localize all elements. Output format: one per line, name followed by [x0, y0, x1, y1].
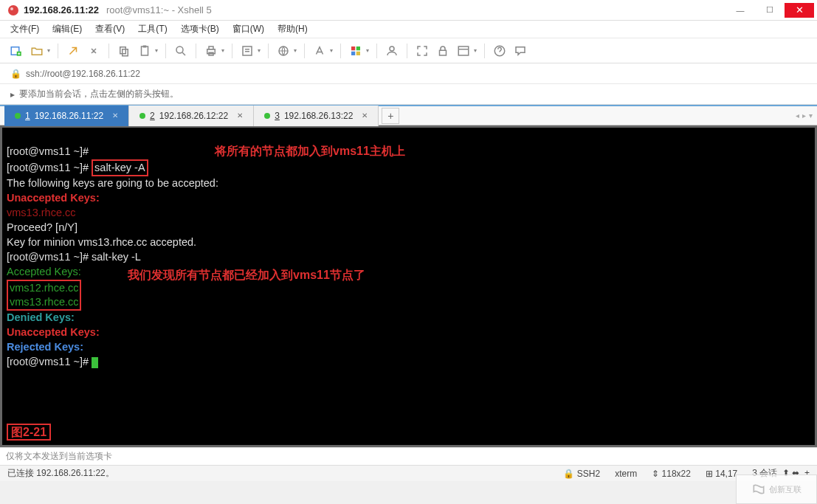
tab-close-icon[interactable]: ✕	[112, 111, 118, 120]
session-tab-1[interactable]: 1 192.168.26.11:22 ✕	[4, 106, 129, 126]
font-button[interactable]	[311, 42, 328, 60]
svg-rect-14	[351, 46, 355, 50]
user-button[interactable]	[383, 42, 401, 60]
session-tab-3[interactable]: 3 192.168.26.13:22 ✕	[254, 106, 379, 126]
svg-rect-10	[209, 46, 213, 49]
open-session-button[interactable]	[28, 42, 46, 60]
lock-icon: 🔒	[10, 69, 21, 79]
new-session-button[interactable]	[7, 42, 25, 60]
terminal[interactable]: [root@vms11 ~]# [root@vms11 ~]# salt-key…	[2, 128, 815, 445]
watermark: 创新互联	[736, 474, 817, 504]
reconnect-button[interactable]	[64, 42, 82, 60]
menu-file[interactable]: 文件(F)	[10, 23, 39, 35]
window-subtitle: root@vms11:~ - Xshell 5	[106, 4, 212, 15]
tab-close-icon[interactable]: ✕	[237, 111, 243, 120]
feedback-button[interactable]	[511, 42, 529, 60]
watermark-text: 创新互联	[769, 484, 802, 495]
svg-rect-16	[351, 51, 355, 55]
hint-text: 要添加当前会话，点击左侧的箭头按钮。	[19, 88, 179, 100]
address-text[interactable]: ssh://root@192.168.26.11:22	[26, 69, 140, 79]
menu-help[interactable]: 帮助(H)	[277, 23, 308, 35]
address-bar: 🔒 ssh://root@192.168.26.11:22	[0, 63, 817, 84]
svg-rect-17	[356, 51, 360, 55]
menu-tools[interactable]: 工具(T)	[138, 23, 167, 35]
status-dot-icon	[139, 113, 145, 119]
menu-edit[interactable]: 编辑(E)	[52, 23, 82, 35]
menu-view[interactable]: 查看(V)	[95, 23, 125, 35]
svg-point-8	[176, 46, 183, 53]
tab-number: 1	[25, 111, 30, 121]
add-tab-button[interactable]: +	[382, 108, 399, 124]
copy-button[interactable]	[115, 42, 133, 60]
close-button[interactable]: ✕	[785, 3, 814, 18]
svg-rect-19	[440, 50, 447, 55]
tab-label: 192.168.26.12:22	[159, 111, 228, 121]
session-tab-2[interactable]: 2 192.168.26.12:22 ✕	[129, 106, 254, 126]
encoding-button[interactable]	[275, 42, 292, 60]
svg-rect-7	[143, 45, 147, 47]
app-icon	[7, 4, 19, 16]
menu-tabs[interactable]: 选项卡(B)	[181, 23, 219, 35]
status-ssh: SSH2	[577, 469, 600, 479]
svg-rect-6	[142, 46, 148, 55]
maximize-button[interactable]: ☐	[755, 3, 785, 18]
minimize-button[interactable]: —	[725, 3, 755, 18]
highlight-box: vms12.rhce.cc vms13.rhce.cc	[7, 280, 81, 311]
toolbar: ▾ ▾ ▾ ▾ ▾ ▾ ▾ ▾	[0, 38, 817, 63]
help-button[interactable]	[491, 42, 509, 60]
color-button[interactable]	[347, 42, 365, 60]
figure-label: 图2-21	[7, 424, 51, 441]
print-button[interactable]	[202, 42, 220, 60]
send-bar[interactable]: 仅将文本发送到当前选项卡	[0, 447, 817, 465]
tab-number: 2	[150, 111, 155, 121]
status-term: xterm	[615, 469, 637, 479]
properties-button[interactable]	[238, 42, 256, 60]
menu-window[interactable]: 窗口(W)	[232, 23, 264, 35]
status-pos: 14,17	[715, 469, 737, 479]
add-arrow-icon[interactable]: ▸	[10, 89, 15, 100]
svg-rect-15	[356, 46, 360, 50]
paste-button[interactable]	[136, 42, 154, 60]
svg-rect-20	[458, 46, 469, 55]
tab-scroll-arrows[interactable]: ◂▸▾	[796, 111, 813, 120]
svg-point-18	[390, 46, 394, 51]
status-bar: 已连接 192.168.26.11:22。 🔒 SSH2 xterm ⇕ 118…	[0, 465, 817, 481]
search-button[interactable]	[172, 42, 190, 60]
disconnect-button[interactable]	[85, 42, 103, 60]
hint-bar: ▸ 要添加当前会话，点击左侧的箭头按钮。	[0, 84, 817, 105]
cursor	[92, 357, 98, 368]
tab-label: 192.168.26.13:22	[284, 111, 353, 121]
lock-button[interactable]	[434, 42, 452, 60]
tab-number: 3	[275, 111, 280, 121]
transfer-button[interactable]	[455, 42, 472, 60]
annotation-2: 我们发现所有节点都已经加入到vms11节点了	[128, 268, 365, 282]
tab-close-icon[interactable]: ✕	[362, 111, 368, 120]
window-title: 192.168.26.11:22	[24, 4, 99, 15]
svg-point-0	[8, 5, 18, 15]
tab-label: 192.168.26.11:22	[35, 111, 103, 121]
status-dot-icon	[15, 113, 21, 119]
menubar: 文件(F) 编辑(E) 查看(V) 工具(T) 选项卡(B) 窗口(W) 帮助(…	[0, 21, 817, 38]
svg-point-1	[10, 7, 13, 10]
highlight-box: salt-key -A	[92, 159, 148, 176]
titlebar: 192.168.26.11:22 root@vms11:~ - Xshell 5…	[0, 0, 817, 21]
send-bar-text: 仅将文本发送到当前选项卡	[6, 450, 112, 463]
status-size: 118x22	[662, 469, 691, 479]
session-tabbar: 1 192.168.26.11:22 ✕ 2 192.168.26.12:22 …	[0, 105, 817, 125]
status-connection: 已连接 192.168.26.11:22。	[7, 467, 114, 480]
annotation-1: 将所有的节点都加入到vms11主机上	[215, 144, 405, 158]
fullscreen-button[interactable]	[413, 42, 431, 60]
status-dot-icon	[264, 113, 270, 119]
